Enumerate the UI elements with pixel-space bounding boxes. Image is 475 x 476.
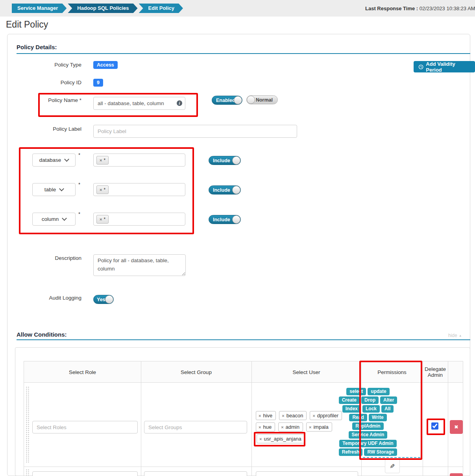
- chevron-down-icon: [59, 186, 64, 191]
- column-divider: [141, 361, 141, 476]
- resource-tag-value: *: [104, 187, 105, 193]
- permission-badge[interactable]: update: [368, 388, 389, 395]
- policy-type-label: Policy Type: [16, 62, 81, 68]
- permission-badge[interactable]: Index: [342, 405, 361, 413]
- policy-enabled-toggle[interactable]: Enabled: [212, 96, 242, 105]
- remove-user-icon[interactable]: ×: [259, 413, 261, 418]
- remove-tag-icon[interactable]: ×: [100, 187, 102, 192]
- remove-tag-icon[interactable]: ×: [100, 217, 102, 222]
- delete-condition-button[interactable]: ✖: [450, 473, 463, 476]
- user-tag-hue[interactable]: ×hue: [256, 422, 275, 432]
- select-roles-input[interactable]: [32, 421, 138, 433]
- header-select-role: Select Role: [24, 361, 141, 383]
- permission-badge[interactable]: Read: [349, 414, 367, 421]
- user-tag-hive[interactable]: ×hive: [256, 411, 276, 420]
- breadcrumb-service-manager[interactable]: Service Manager: [12, 4, 67, 13]
- select-groups-input[interactable]: [144, 421, 247, 433]
- audit-logging-toggle[interactable]: Yes: [93, 295, 114, 304]
- user-tag-beacon[interactable]: ×beacon: [279, 411, 307, 420]
- user-tag-admin[interactable]: ×admin: [278, 422, 303, 432]
- last-response-time: Last Response Time : 02/23/2023 10:38:23…: [365, 6, 475, 11]
- user-tag-label: dpprofiler: [317, 413, 338, 419]
- delegate-admin-checkbox[interactable]: [431, 422, 438, 430]
- permission-badge[interactable]: Drop: [361, 396, 379, 404]
- permission-badge[interactable]: Write: [369, 414, 387, 421]
- remove-user-icon[interactable]: ×: [281, 425, 283, 430]
- resource-tag: × *: [96, 185, 109, 194]
- remove-user-icon[interactable]: ×: [259, 437, 262, 441]
- remove-tag-icon[interactable]: ×: [100, 158, 102, 163]
- user-tag-usr-apis-anjana[interactable]: ×usr_apis_anjana: [257, 434, 305, 443]
- breadcrumb-hadoop-sql-policies[interactable]: Hadoop SQL Policies: [68, 4, 137, 13]
- policy-type-badge: Access: [93, 61, 118, 69]
- select-users-input[interactable]: [256, 471, 358, 476]
- edit-permissions-button[interactable]: ✎: [385, 459, 400, 473]
- database-include-toggle[interactable]: Include: [209, 156, 241, 165]
- remove-user-icon[interactable]: ×: [312, 413, 315, 418]
- header-select-group: Select Group: [141, 361, 251, 383]
- user-tags-row: ×hive ×beacon ×dpprofiler: [256, 411, 342, 420]
- chevron-down-icon: [64, 157, 69, 162]
- permission-badge[interactable]: ReplAdmin: [352, 422, 383, 430]
- header-permissions: Permissions: [361, 361, 423, 383]
- remove-user-icon[interactable]: ×: [309, 425, 311, 430]
- permission-badge[interactable]: Alter: [380, 396, 397, 404]
- resource-type-select-table[interactable]: table: [32, 183, 76, 196]
- permission-badge[interactable]: RW Storage: [364, 448, 397, 456]
- permissions-cell: selectupdate CreateDropAlter IndexLockAl…: [338, 388, 397, 456]
- permissions-divider: [363, 457, 420, 458]
- delete-condition-button[interactable]: ✖: [450, 420, 463, 434]
- resource-tag: × *: [96, 156, 109, 165]
- policy-details-title: Policy Details:: [17, 44, 57, 50]
- breadcrumb: Service Manager Hadoop SQL Policies Edit…: [12, 4, 183, 13]
- audit-logging-label: Audit Logging: [16, 295, 81, 301]
- description-textarea[interactable]: Policy for all - database, table, column: [93, 254, 186, 276]
- clock-icon: [418, 64, 423, 70]
- column-include-toggle[interactable]: Include: [209, 215, 241, 224]
- resource-type-value: table: [44, 187, 56, 193]
- row-drag-handle[interactable]: [26, 469, 29, 476]
- column-value-input[interactable]: × *: [93, 213, 185, 226]
- policy-name-input[interactable]: [93, 97, 185, 110]
- user-tag-dpprofiler[interactable]: ×dpprofiler: [310, 411, 342, 420]
- policy-details-divider: [17, 53, 470, 54]
- policy-priority-toggle[interactable]: Normal: [246, 95, 278, 104]
- allow-conditions-title: Allow Conditions:: [17, 331, 67, 338]
- user-tag-label: impala: [313, 424, 328, 430]
- policy-name-label: Policy Name *: [16, 97, 81, 103]
- add-validity-period-button[interactable]: Add Validity Period: [414, 61, 475, 72]
- required-asterisk: *: [78, 182, 80, 187]
- remove-user-icon[interactable]: ×: [282, 413, 284, 418]
- hide-section-link[interactable]: hide ▲: [448, 333, 462, 338]
- permission-badge[interactable]: Temporary UDF Admin: [339, 440, 396, 447]
- permission-badge[interactable]: Lock: [362, 405, 380, 413]
- table-value-input[interactable]: × *: [93, 183, 185, 196]
- last-response-label: Last Response Time :: [365, 6, 418, 11]
- breadcrumb-edit-policy[interactable]: Edit Policy: [139, 4, 183, 13]
- collapse-arrow-icon: ▲: [459, 334, 462, 337]
- row-drag-handle[interactable]: [26, 386, 29, 463]
- policy-label-label: Policy Label: [16, 126, 81, 132]
- remove-user-icon[interactable]: ×: [259, 425, 261, 430]
- allow-conditions-divider: [17, 339, 470, 340]
- permission-badge[interactable]: Refresh: [339, 448, 363, 456]
- user-tag-label: hive: [263, 413, 272, 419]
- select-roles-input[interactable]: [32, 471, 138, 476]
- info-icon: i: [177, 100, 182, 106]
- database-value-input[interactable]: × *: [93, 154, 185, 167]
- policy-id-badge: 9: [93, 79, 103, 87]
- permission-badge[interactable]: Service Admin: [349, 431, 388, 439]
- permission-badge[interactable]: Create: [339, 396, 360, 404]
- table-include-toggle[interactable]: Include: [209, 185, 241, 194]
- select-groups-input[interactable]: [144, 471, 247, 476]
- permission-badge[interactable]: select: [346, 388, 366, 395]
- user-tag-impala[interactable]: ×impala: [306, 422, 332, 432]
- user-tag-label: admin: [286, 424, 299, 430]
- required-asterisk: *: [78, 152, 80, 158]
- column-divider: [423, 361, 423, 476]
- resource-type-select-column[interactable]: column: [32, 213, 76, 226]
- resource-type-select-database[interactable]: database: [32, 154, 76, 167]
- policy-label-input[interactable]: [93, 125, 297, 138]
- required-asterisk: *: [78, 211, 80, 217]
- permission-badge[interactable]: All: [381, 405, 394, 413]
